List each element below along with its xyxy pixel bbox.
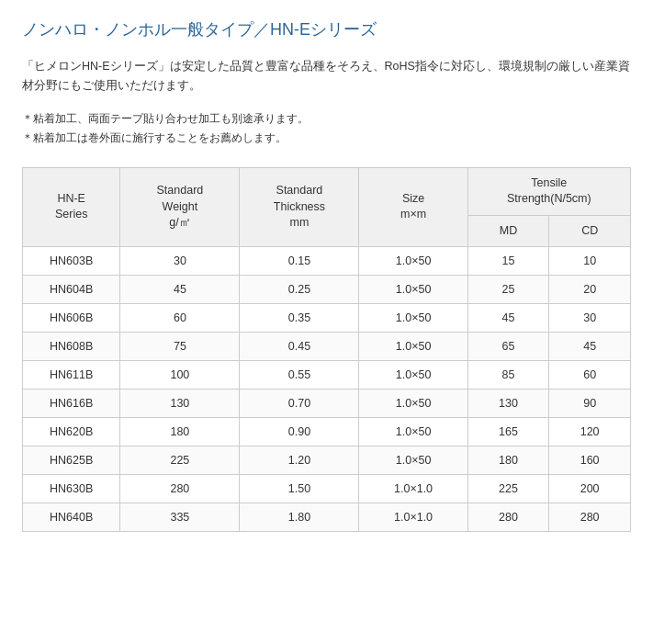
cell-md: 225 [467, 475, 549, 503]
cell-md: 25 [467, 276, 549, 304]
note-1: ＊粘着加工、両面テープ貼り合わせ加工も別途承ります。 [22, 109, 631, 130]
cell-thickness: 1.50 [240, 475, 359, 503]
table-row: HN625B2251.201.0×50180160 [23, 446, 631, 475]
cell-series: HN640B [23, 503, 120, 532]
cell-thickness: 1.20 [240, 446, 359, 475]
cell-series: HN611B [23, 361, 120, 390]
product-table: HN-E Series Standard Weight g/㎡ Standard… [22, 167, 631, 533]
header-md: MD [467, 215, 549, 247]
cell-series: HN606B [23, 304, 120, 333]
cell-size: 1.0×50 [359, 333, 467, 361]
cell-weight: 335 [120, 503, 240, 532]
table-row: HN616B1300.701.0×5013090 [23, 390, 631, 418]
cell-size: 1.0×50 [359, 247, 467, 276]
cell-series: HN608B [23, 333, 120, 361]
cell-series: HN603B [23, 247, 120, 276]
cell-cd: 90 [549, 390, 631, 418]
header-series: HN-E Series [23, 167, 120, 247]
header-tensile: Tensile Strength(N/5cm) [467, 167, 630, 215]
cell-cd: 200 [549, 475, 631, 503]
page-title: ノンハロ・ノンホル一般タイプ／HN-Eシリーズ [22, 18, 631, 40]
table-row: HN620B1800.901.0×50165120 [23, 418, 631, 446]
cell-thickness: 0.15 [240, 247, 359, 276]
cell-md: 165 [467, 418, 549, 446]
cell-md: 85 [467, 361, 549, 390]
cell-weight: 180 [120, 418, 240, 446]
table-row: HN603B300.151.0×501510 [23, 247, 631, 276]
table-row: HN604B450.251.0×502520 [23, 276, 631, 304]
cell-size: 1.0×50 [359, 390, 467, 418]
cell-md: 180 [467, 446, 549, 475]
header-size: Size m×m [359, 167, 467, 247]
cell-size: 1.0×1.0 [359, 503, 467, 532]
cell-weight: 75 [120, 333, 240, 361]
cell-weight: 100 [120, 361, 240, 390]
table-row: HN630B2801.501.0×1.0225200 [23, 475, 631, 503]
header-weight: Standard Weight g/㎡ [120, 167, 240, 247]
cell-thickness: 1.80 [240, 503, 359, 532]
table-row: HN606B600.351.0×504530 [23, 304, 631, 333]
table-row: HN611B1000.551.0×508560 [23, 361, 631, 390]
cell-cd: 30 [549, 304, 631, 333]
header-cd: CD [549, 215, 631, 247]
cell-thickness: 0.45 [240, 333, 359, 361]
cell-thickness: 0.55 [240, 361, 359, 390]
cell-md: 130 [467, 390, 549, 418]
description: 「ヒメロンHN-Eシリーズ」は安定した品質と豊富な品種をそろえ、RoHS指令に対… [22, 57, 631, 96]
cell-series: HN625B [23, 446, 120, 475]
cell-series: HN616B [23, 390, 120, 418]
cell-size: 1.0×1.0 [359, 475, 467, 503]
cell-size: 1.0×50 [359, 304, 467, 333]
cell-series: HN630B [23, 475, 120, 503]
cell-weight: 45 [120, 276, 240, 304]
note-2: ＊粘着加工は巻外面に施行することをお薦めします。 [22, 129, 631, 149]
cell-weight: 60 [120, 304, 240, 333]
cell-md: 15 [467, 247, 549, 276]
cell-weight: 30 [120, 247, 240, 276]
cell-cd: 45 [549, 333, 631, 361]
cell-cd: 120 [549, 418, 631, 446]
table-row: HN640B3351.801.0×1.0280280 [23, 503, 631, 532]
cell-cd: 60 [549, 361, 631, 390]
cell-md: 65 [467, 333, 549, 361]
cell-cd: 10 [549, 247, 631, 276]
cell-md: 280 [467, 503, 549, 532]
cell-thickness: 0.35 [240, 304, 359, 333]
cell-cd: 20 [549, 276, 631, 304]
cell-cd: 280 [549, 503, 631, 532]
cell-size: 1.0×50 [359, 276, 467, 304]
cell-thickness: 0.25 [240, 276, 359, 304]
cell-weight: 130 [120, 390, 240, 418]
table-row: HN608B750.451.0×506545 [23, 333, 631, 361]
cell-series: HN604B [23, 276, 120, 304]
cell-thickness: 0.70 [240, 390, 359, 418]
cell-size: 1.0×50 [359, 418, 467, 446]
cell-size: 1.0×50 [359, 446, 467, 475]
cell-weight: 280 [120, 475, 240, 503]
notes: ＊粘着加工、両面テープ貼り合わせ加工も別途承ります。 ＊粘着加工は巻外面に施行す… [22, 109, 631, 149]
header-thickness: Standard Thickness mm [240, 167, 359, 247]
cell-size: 1.0×50 [359, 361, 467, 390]
cell-weight: 225 [120, 446, 240, 475]
cell-series: HN620B [23, 418, 120, 446]
cell-thickness: 0.90 [240, 418, 359, 446]
cell-cd: 160 [549, 446, 631, 475]
cell-md: 45 [467, 304, 549, 333]
